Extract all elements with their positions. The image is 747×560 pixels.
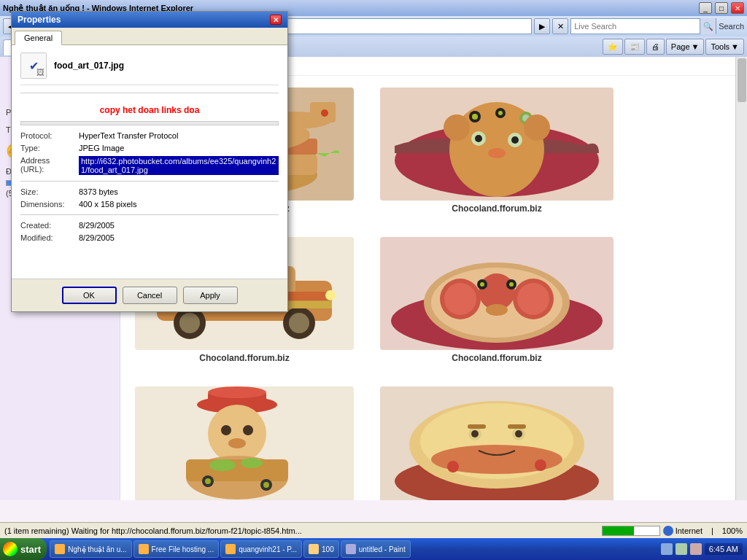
separator-1: [20, 93, 279, 93]
dimensions-field: Dimensions: 400 x 158 pixels: [20, 200, 279, 209]
rss-button[interactable]: 📰: [624, 39, 645, 55]
separator: |: [711, 526, 713, 535]
status-progress-fill: [603, 526, 634, 535]
svg-point-80: [447, 461, 459, 472]
svg-point-77: [515, 430, 522, 438]
dialog-warning: copy het doan links doa: [20, 99, 279, 121]
size-value: 8373 bytes: [79, 187, 118, 196]
svg-point-26: [524, 114, 550, 141]
taskbar-label-1: Free File hosting ...: [152, 545, 214, 553]
taskbar-label-3: 100: [322, 545, 334, 553]
modified-value: 8/29/2005: [79, 233, 115, 242]
taskbar-item-1[interactable]: Free File hosting ...: [133, 540, 220, 558]
search-button[interactable]: 🔍: [700, 18, 716, 34]
svg-point-57: [208, 405, 266, 463]
taskbar-item-2[interactable]: quangvinh21 - P...: [220, 540, 302, 558]
svg-point-68: [241, 458, 263, 468]
svg-point-66: [263, 482, 269, 488]
svg-point-49: [480, 282, 484, 287]
svg-point-17: [511, 136, 519, 144]
svg-point-18: [488, 148, 506, 158]
scroll-thumb[interactable]: [738, 58, 746, 102]
close-button[interactable]: ✕: [731, 2, 744, 14]
taskbar-item-0[interactable]: Nghệ thuật ăn u...: [50, 540, 131, 558]
svg-point-59: [243, 425, 253, 435]
svg-point-81: [535, 459, 546, 471]
food-item-6: Chocoland.fforum.biz: [374, 381, 619, 500]
apply-button[interactable]: Apply: [183, 287, 238, 304]
taskbar-item-3[interactable]: 100: [303, 540, 339, 558]
food-caption-3: Chocoland.fforum.biz: [199, 353, 289, 363]
type-label: Type:: [20, 144, 79, 152]
created-field: Created: 8/29/2005: [20, 221, 279, 230]
protocol-value: HyperText Transfer Protocol: [79, 131, 178, 140]
type-value: JPEG Image: [79, 144, 124, 152]
food-image-6: [380, 386, 614, 500]
properties-dialog: Properties ✕ General ✔ 🖼 food_art_017.jp…: [11, 11, 288, 312]
taskbar-icon-3: [309, 544, 319, 554]
systray-icon-2: [676, 543, 687, 555]
taskbar-item-4[interactable]: untitled - Paint: [341, 540, 411, 558]
status-progress: [602, 526, 660, 536]
dialog-tabs: General: [12, 28, 287, 45]
maximize-button[interactable]: □: [715, 2, 728, 14]
search-input[interactable]: [571, 19, 700, 34]
type-field: Type: JPEG Image: [20, 144, 279, 152]
food-image-5: [135, 386, 354, 500]
favorites-button[interactable]: ⭐: [603, 39, 623, 55]
minimize-button[interactable]: _: [699, 2, 712, 14]
print-button[interactable]: 🖨: [646, 39, 665, 55]
cancel-button[interactable]: Cancel: [123, 287, 177, 304]
taskbar-label-0: Nghệ thuật ăn u...: [68, 545, 126, 553]
svg-point-22: [498, 111, 503, 115]
svg-rect-62: [186, 459, 288, 481]
scrollbar[interactable]: [735, 57, 747, 500]
separator-2: [20, 181, 279, 182]
taskbar-icon-2: [225, 544, 236, 554]
start-label: start: [20, 544, 41, 555]
x-button[interactable]: ✕: [552, 18, 568, 34]
svg-point-25: [444, 114, 470, 141]
food-item-4: Chocoland.fforum.biz: [374, 231, 619, 369]
status-zone: Internet: [663, 526, 703, 536]
size-label: Size:: [20, 187, 79, 196]
svg-point-20: [472, 114, 478, 120]
toolbar-right-buttons: ⭐ 📰 🖨 Page ▼ Tools ▼: [603, 39, 744, 55]
tools-menu[interactable]: Tools ▼: [705, 39, 744, 55]
ok-button[interactable]: OK: [62, 287, 117, 304]
status-text: (1 item remaining) Waiting for http://ch…: [4, 526, 599, 535]
size-field: Size: 8373 bytes: [20, 187, 279, 196]
dimensions-label: Dimensions:: [20, 200, 79, 209]
taskbar-right: 6:45 AM: [661, 543, 747, 555]
dialog-footer: OK Cancel Apply: [12, 279, 287, 311]
dialog-tab-general[interactable]: General: [15, 31, 62, 45]
protocol-label: Protocol:: [20, 131, 79, 140]
created-value: 8/29/2005: [79, 221, 115, 230]
modified-label: Modified:: [20, 233, 79, 242]
go-button[interactable]: ▶: [534, 18, 550, 34]
separator-3: [20, 214, 279, 215]
image-symbol: 🖼: [36, 68, 44, 77]
food-item-5: Chocoland.fforum.biz: [129, 381, 360, 500]
svg-rect-79: [508, 424, 526, 429]
svg-point-60: [228, 438, 246, 448]
search-bar: 🔍: [570, 18, 716, 34]
food-caption-4: Chocoland.fforum.biz: [452, 353, 541, 363]
internet-icon: [663, 526, 673, 536]
file-header: ✔ 🖼 food_art_017.jpg: [20, 52, 279, 85]
protocol-field: Protocol: HyperText Transfer Protocol: [20, 131, 279, 140]
page-label: Page: [671, 42, 690, 51]
svg-point-51: [509, 282, 514, 287]
food-row-3: Chocoland.fforum.biz: [129, 381, 738, 500]
modified-field: Modified: 8/29/2005: [20, 233, 279, 242]
systray-icon-1: [661, 543, 673, 555]
food-item-2: Chocoland.fforum.biz: [374, 82, 619, 219]
tools-label: Tools: [711, 42, 729, 51]
start-button[interactable]: start: [0, 538, 47, 560]
zone-label: Internet: [676, 526, 703, 535]
svg-point-64: [205, 478, 211, 484]
food-caption-2: Chocoland.fforum.biz: [452, 203, 541, 214]
page-menu[interactable]: Page ▼: [666, 39, 705, 55]
dialog-body: ✔ 🖼 food_art_017.jpg copy het doan links…: [12, 45, 287, 279]
dialog-close-button[interactable]: ✕: [270, 15, 282, 25]
